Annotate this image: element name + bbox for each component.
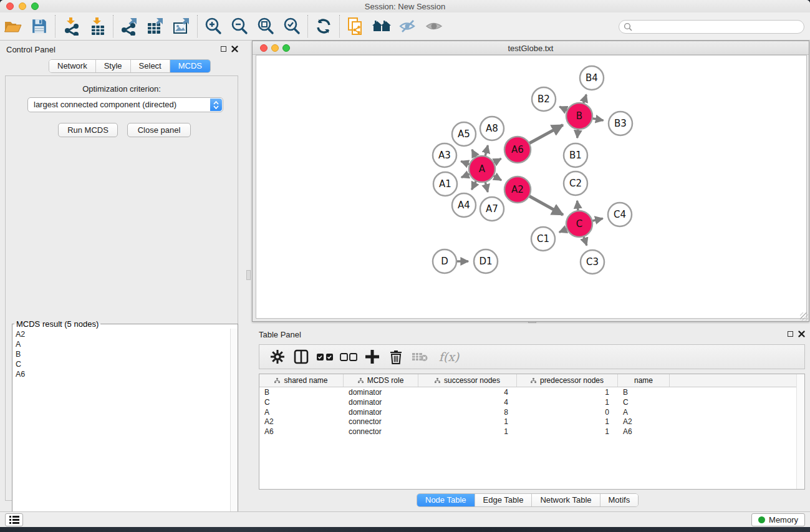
import-network-button[interactable]	[58, 14, 84, 38]
table-cell[interactable]: A	[259, 407, 344, 417]
table-cell[interactable]: C	[259, 397, 344, 407]
memory-button[interactable]: Memory	[751, 513, 805, 526]
table-settings-button[interactable]	[266, 346, 289, 367]
criterion-dropdown[interactable]: largest connected component (directed)	[27, 97, 223, 112]
float-panel-icon[interactable]	[788, 331, 793, 337]
table-cell[interactable]: 1	[517, 387, 618, 397]
zoom-out-button[interactable]	[226, 14, 253, 38]
table-cell[interactable]: B	[259, 387, 344, 397]
graph-node-label: C	[576, 218, 582, 230]
column-header-predecessor-nodes[interactable]: predecessor nodes	[517, 374, 618, 387]
select-all-button[interactable]	[313, 346, 337, 367]
table-row[interactable]: A6connector11A6	[259, 427, 804, 437]
node-table[interactable]: shared nameMCDS rolesuccessor nodesprede…	[259, 374, 805, 490]
add-column-button[interactable]	[360, 346, 384, 367]
toolbar-separator	[307, 15, 308, 37]
close-panel-icon[interactable]	[798, 331, 805, 337]
close-panel-icon[interactable]	[231, 46, 238, 52]
table-row[interactable]: Adominator80A	[259, 407, 804, 417]
table-row[interactable]: Cdominator41C	[259, 397, 804, 407]
table-cell[interactable]: C	[618, 397, 670, 407]
window-resize-grip[interactable]	[800, 312, 808, 321]
table-cell[interactable]: dominator	[344, 387, 418, 397]
network-canvas[interactable]: B4B2BB3A5A8A6A3B1AC2A1A2A4A7C4CC1C3DD1	[256, 55, 807, 319]
hide-unselected-button[interactable]	[395, 14, 421, 38]
show-column-panel-button[interactable]	[289, 346, 313, 367]
tab-network-table[interactable]: Network Table	[532, 494, 600, 506]
column-header-shared-name[interactable]: shared name	[259, 374, 344, 387]
float-panel-icon[interactable]	[221, 46, 226, 52]
show-all-button[interactable]	[421, 14, 447, 38]
table-row[interactable]: A2connector11A2	[259, 417, 804, 427]
search-input[interactable]	[619, 20, 804, 34]
home-button[interactable]	[369, 14, 395, 38]
export-network-button[interactable]	[116, 14, 142, 38]
deselect-all-button[interactable]	[337, 346, 360, 367]
memory-label: Memory	[769, 515, 798, 525]
table-cell[interactable]: 8	[418, 407, 517, 417]
duplicate-network-button[interactable]	[342, 14, 369, 38]
graph-node-label: C4	[614, 209, 626, 220]
export-table-button[interactable]	[142, 14, 168, 38]
mcds-result-item[interactable]: A	[16, 339, 238, 349]
table-cell[interactable]: 4	[418, 387, 517, 397]
table-cell[interactable]: A2	[259, 417, 344, 427]
mcds-result-item[interactable]: C	[16, 359, 238, 369]
open-session-button[interactable]	[0, 14, 26, 38]
tab-mcds[interactable]: MCDS	[170, 60, 210, 72]
table-toolbar: f(x)	[259, 344, 805, 369]
tab-edge-table[interactable]: Edge Table	[475, 494, 533, 506]
table-cell[interactable]: 1	[418, 427, 517, 437]
zoom-fit-button[interactable]	[253, 14, 279, 38]
run-mcds-button[interactable]: Run MCDS	[58, 123, 118, 137]
split-divider-handle[interactable]	[246, 270, 251, 280]
table-cell[interactable]: connector	[344, 417, 418, 427]
table-cell[interactable]: A	[618, 407, 670, 417]
table-cell[interactable]: 1	[517, 427, 618, 437]
column-header-name[interactable]: name	[618, 374, 670, 387]
import-table-button[interactable]	[84, 14, 110, 38]
save-session-button[interactable]	[26, 14, 52, 38]
tab-network[interactable]: Network	[49, 60, 96, 72]
tab-select[interactable]: Select	[131, 60, 170, 72]
table-cell[interactable]: 4	[418, 397, 517, 407]
table-cell[interactable]: 1	[418, 417, 517, 427]
zoom-in-button[interactable]	[200, 14, 226, 38]
tab-motifs[interactable]: Motifs	[600, 494, 639, 506]
mcds-result-item[interactable]: A2	[16, 329, 238, 339]
table-cell[interactable]: connector	[344, 427, 418, 437]
delete-table-button[interactable]	[408, 346, 432, 367]
table-cell[interactable]: A2	[618, 417, 670, 427]
table-cell[interactable]: 0	[517, 407, 618, 417]
table-row[interactable]: Bdominator41B	[259, 387, 804, 397]
mcds-result-list[interactable]: A2ABCA6	[12, 329, 238, 379]
table-cell[interactable]: B	[618, 387, 670, 397]
task-history-button[interactable]	[5, 513, 23, 526]
table-cell[interactable]: dominator	[344, 397, 418, 407]
home-icon	[372, 18, 392, 34]
column-header-MCDS-role[interactable]: MCDS role	[344, 374, 418, 387]
column-header-successor-nodes[interactable]: successor nodes	[418, 374, 517, 387]
table-cell[interactable]: 1	[517, 417, 618, 427]
mcds-result-item[interactable]: A6	[16, 369, 238, 379]
table-scrollbar[interactable]	[796, 374, 804, 489]
zoom-selected-button[interactable]	[279, 14, 305, 38]
mcds-result-item[interactable]: B	[16, 349, 238, 359]
attribute-type-icon	[274, 378, 280, 384]
graph-node-label: B	[576, 110, 582, 122]
delete-column-button[interactable]	[384, 346, 408, 367]
table-cell[interactable]: 1	[517, 397, 618, 407]
function-builder-button[interactable]: f(x)	[432, 346, 466, 367]
table-cell[interactable]: A6	[259, 427, 344, 437]
network-graph[interactable]: B4B2BB3A5A8A6A3B1AC2A1A2A4A7C4CC1C3DD1	[256, 56, 806, 318]
table-cell[interactable]: dominator	[344, 407, 418, 417]
refresh-view-button[interactable]	[311, 14, 337, 38]
graph-node-label: A4	[458, 200, 470, 211]
tab-style[interactable]: Style	[96, 60, 131, 72]
export-image-button[interactable]	[168, 14, 195, 38]
table-cell[interactable]: A6	[618, 427, 670, 437]
fx-icon: f(x)	[439, 350, 460, 364]
tab-node-table[interactable]: Node Table	[417, 494, 475, 506]
result-scrollbar[interactable]	[230, 329, 238, 532]
close-panel-button[interactable]: Close panel	[127, 123, 191, 137]
